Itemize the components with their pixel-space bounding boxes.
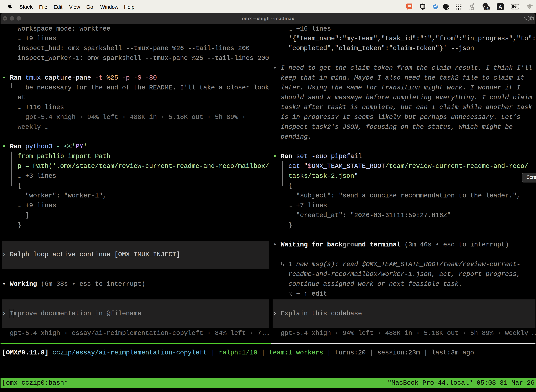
svg-text:..61: ..61 (485, 7, 490, 10)
svg-text:A: A (498, 4, 502, 10)
svg-text:1: 1 (532, 16, 534, 21)
